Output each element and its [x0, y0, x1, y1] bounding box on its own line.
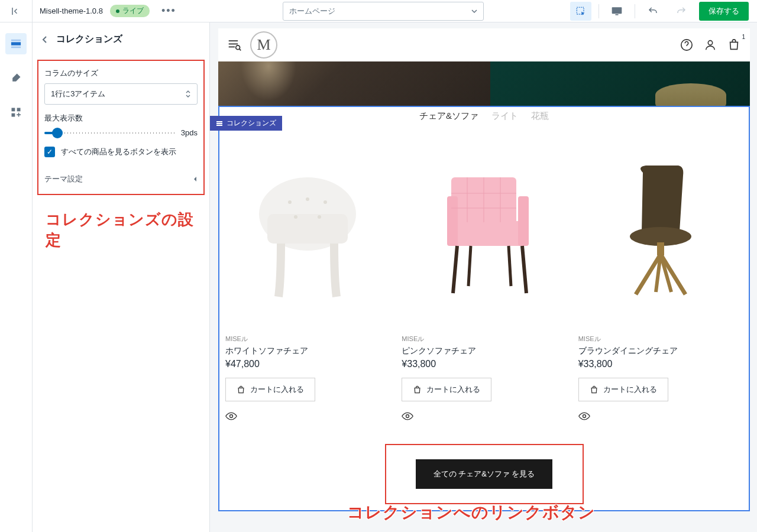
product-card[interactable]: MISEル ブラウンダイニングチェア ¥33,800 カートに入れる	[578, 137, 743, 420]
product-price: ¥33,800	[578, 359, 743, 369]
add-to-cart-button[interactable]: カートに入れる	[402, 378, 491, 401]
svg-point-22	[230, 415, 233, 418]
svg-line-30	[509, 246, 511, 286]
svg-line-27	[453, 246, 457, 293]
collections-section[interactable]: チェア&ソファ ライト 花瓶	[218, 106, 750, 511]
annotation-settings: コレクションズの設定	[33, 195, 209, 251]
max-items-label: 最大表示数	[44, 113, 198, 124]
product-price: ¥47,800	[225, 359, 390, 369]
product-card[interactable]: MISEル ピンクソファチェア ¥33,800 カートに入れる	[402, 137, 566, 420]
menu-search-icon[interactable]	[228, 38, 242, 51]
svg-rect-7	[17, 108, 21, 112]
add-to-cart-button[interactable]: カートに入れる	[225, 378, 315, 401]
product-price: ¥33,800	[402, 359, 566, 369]
add-to-cart-button[interactable]: カートに入れる	[578, 378, 668, 401]
brush-icon[interactable]	[5, 67, 27, 89]
redo-icon[interactable]	[671, 2, 692, 21]
max-items-slider[interactable]	[44, 132, 176, 134]
sidebar-title: コレクションズ	[56, 33, 122, 46]
svg-rect-14	[216, 125, 222, 126]
svg-point-9	[236, 46, 240, 50]
page-selector[interactable]: ホームページ	[283, 2, 484, 21]
settings-sidebar: コレクションズ コラムのサイズ 1行に3アイテム 最大表示数 3pds ✓ すべ…	[33, 22, 210, 532]
svg-point-20	[294, 215, 297, 219]
product-card[interactable]: MISEル ホワイトソファチェア ¥47,800 カートに入れる	[225, 137, 390, 420]
hero-image-strip	[218, 61, 750, 107]
more-menu[interactable]: •••	[157, 5, 181, 17]
view-all-button[interactable]: 全ての チェア&ソファ を見る	[416, 459, 553, 489]
svg-rect-12	[216, 121, 222, 122]
svg-rect-4	[11, 40, 21, 41]
svg-point-43	[583, 415, 585, 418]
cart-count: 1	[742, 34, 745, 40]
page-selector-value: ホームページ	[289, 6, 335, 17]
product-image	[402, 137, 566, 326]
tab-vases[interactable]: 花瓶	[531, 111, 549, 122]
cart-icon[interactable]: 1	[727, 38, 740, 51]
product-brand: MISEル	[225, 335, 390, 343]
left-rail	[0, 22, 33, 532]
sections-icon[interactable]	[5, 33, 27, 54]
svg-rect-24	[451, 221, 528, 246]
annotation-linkbutton: コレクションへのリンクボタン	[347, 501, 596, 524]
topbar: Misell-theme-1.0.8 ライブ ••• ホームページ 保存する	[0, 0, 757, 22]
svg-line-40	[661, 254, 685, 294]
live-badge: ライブ	[110, 5, 150, 17]
column-size-label: コラムのサイズ	[44, 68, 198, 79]
product-image	[578, 137, 743, 326]
svg-rect-3	[11, 42, 21, 45]
preview-canvas: M 1 コレクションズ チェア&ソファ ライト 花瓶	[210, 22, 757, 532]
svg-rect-25	[447, 196, 458, 246]
svg-rect-38	[657, 242, 664, 255]
save-button[interactable]: 保存する	[699, 2, 749, 21]
viewall-highlight: 全ての チェア&ソファ を見る	[385, 444, 584, 504]
help-icon[interactable]	[680, 38, 693, 51]
quickview-icon[interactable]	[578, 412, 743, 420]
svg-rect-13	[216, 123, 222, 124]
svg-line-28	[522, 246, 526, 293]
svg-rect-2	[616, 14, 619, 15]
store-header: M 1	[218, 28, 750, 61]
svg-rect-16	[267, 214, 348, 244]
store-logo[interactable]: M	[250, 31, 277, 59]
product-name: ピンクソファチェア	[402, 346, 566, 356]
svg-point-36	[406, 415, 409, 418]
account-icon[interactable]	[704, 38, 717, 51]
svg-rect-8	[12, 113, 15, 117]
svg-rect-26	[518, 196, 529, 246]
svg-rect-5	[11, 47, 21, 48]
svg-rect-6	[12, 108, 15, 112]
show-viewall-checkbox[interactable]: ✓	[44, 147, 55, 157]
back-icon[interactable]	[42, 35, 48, 44]
undo-icon[interactable]	[642, 2, 664, 21]
theme-settings-link[interactable]: テーマ設定	[44, 171, 198, 187]
svg-point-19	[323, 200, 327, 204]
quickview-icon[interactable]	[225, 412, 390, 420]
theme-name: Misell-theme-1.0.8	[40, 7, 103, 15]
product-image	[225, 137, 390, 326]
product-name: ホワイトソファチェア	[225, 346, 390, 356]
apps-icon[interactable]	[5, 102, 27, 123]
exit-button[interactable]	[0, 0, 33, 22]
column-size-select[interactable]: 1行に3アイテム	[44, 83, 198, 105]
inspector-icon[interactable]	[570, 2, 591, 21]
svg-point-18	[306, 197, 309, 201]
max-items-value: 3pds	[181, 128, 198, 137]
quickview-icon[interactable]	[402, 412, 566, 420]
svg-point-21	[318, 215, 321, 219]
collection-tabs: チェア&ソファ ライト 花瓶	[219, 107, 749, 137]
tab-lights[interactable]: ライト	[491, 111, 518, 122]
tab-chairs[interactable]: チェア&ソファ	[419, 111, 478, 122]
svg-point-11	[708, 41, 712, 45]
product-name: ブラウンダイニングチェア	[578, 346, 743, 356]
svg-point-17	[288, 200, 292, 204]
svg-line-29	[468, 246, 471, 286]
svg-rect-1	[612, 7, 622, 14]
section-badge: コレクションズ	[210, 116, 282, 131]
settings-panel: コラムのサイズ 1行に3アイテム 最大表示数 3pds ✓ すべての商品を見るボ…	[37, 60, 205, 195]
product-brand: MISEル	[402, 335, 566, 343]
show-viewall-label: すべての商品を見るボタンを表示	[61, 147, 176, 157]
product-brand: MISEル	[578, 335, 743, 343]
desktop-view-icon[interactable]	[606, 2, 627, 21]
